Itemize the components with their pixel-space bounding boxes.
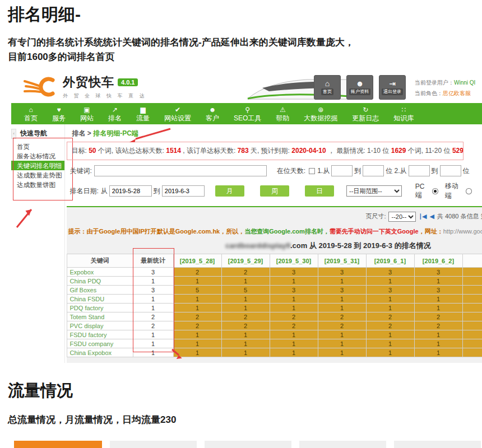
table-row: Totem Stand 2 2 2 2 2 2 2 xyxy=(67,312,482,321)
days-from-input-1[interactable] xyxy=(331,165,353,176)
rank-cell-stub xyxy=(462,312,482,321)
nav-item[interactable]: ⌂ 首页 xyxy=(17,103,45,124)
days-to-input-2[interactable] xyxy=(440,165,461,176)
nav-item[interactable]: ↻ 更新日志 xyxy=(345,103,386,124)
keyword-cell[interactable]: PVC display xyxy=(67,321,133,330)
keyword-cell[interactable]: Totem Stand xyxy=(67,312,133,321)
days-from-input-2[interactable] xyxy=(409,165,430,176)
date-range-select[interactable]: --日期范围-- xyxy=(346,185,402,197)
page-size-select[interactable]: --20-- xyxy=(388,212,416,222)
keyword-cell[interactable]: FSDU factory xyxy=(67,330,133,339)
rank-cell: 1 xyxy=(414,304,462,312)
latest-stat-cell: 1 xyxy=(133,330,173,339)
traffic-cards: 本月全球用户 访问情况 6077 本月访问用户IP 16064 本月用户浏览量 … xyxy=(14,441,482,448)
rank-cell: 1 xyxy=(221,277,270,286)
nav-item-icon: ⌂ xyxy=(24,106,38,114)
pager-info-a: 共 4080 条信息 第 xyxy=(437,212,482,221)
rank-cell: 2 xyxy=(270,312,318,321)
nav-item[interactable]: ⊕ 大数据挖掘 xyxy=(296,103,345,124)
latest-stat-cell: 1 xyxy=(133,339,173,348)
days-checkbox[interactable] xyxy=(309,168,315,174)
day-button[interactable]: 日 xyxy=(305,185,334,197)
days-to-input-1[interactable] xyxy=(363,165,384,176)
app-header: 外贸快车 4.0.1 外 贸 全 球 快 车 直 达 ⌂ 首页 ☻ xyxy=(11,72,482,103)
nav-item-icon: ⊕ xyxy=(304,106,337,114)
rank-cell: 1 xyxy=(318,339,366,348)
latest-stat-cell: 1 xyxy=(133,348,173,357)
sidebar-item[interactable]: 关键词排名明细 xyxy=(11,161,64,170)
rank-cell: 1 xyxy=(414,348,462,357)
login-user-label: 当前登录用户： xyxy=(415,80,454,86)
nav-item-label: 大数据挖掘 xyxy=(304,114,337,122)
header-button[interactable]: ⇥ 退出登录 xyxy=(379,75,406,100)
rank-cell: 2 xyxy=(270,321,318,330)
current-user-info: 当前登录用户：Winni QI 当前角色：思亿欧客服 xyxy=(415,77,475,99)
table-row: China FSDU 1 1 1 1 1 1 1 xyxy=(67,295,482,304)
rank-cell: 1 xyxy=(414,295,462,304)
nav-item[interactable]: ∷ 知识库 xyxy=(386,103,421,124)
rank-cell: 1 xyxy=(318,295,366,304)
keyword-cell[interactable]: Expobox xyxy=(67,268,133,277)
col-header-stub xyxy=(462,254,482,268)
rank-cell: 1 xyxy=(270,330,318,339)
intro-line-1: 有专门的排名统计系统统计关键词的排名情况-产品延伸出来的关键词库数量庞大， xyxy=(8,35,473,50)
hint-segment: 提示：由于Google用中国IP打开默认是Google.com.hk，所以， xyxy=(68,228,245,235)
target-stat-segment: ， 最新情况: 1-10 位 xyxy=(326,147,391,155)
nav-item[interactable]: ▣ 网站 xyxy=(73,103,101,124)
table-row: China PDQ 1 1 1 1 1 1 1 xyxy=(67,277,482,286)
header-button[interactable]: ⌂ 首页 xyxy=(314,75,341,100)
nav-item[interactable]: ⚠ 帮助 xyxy=(268,103,296,124)
date-to-input[interactable] xyxy=(162,185,205,197)
col-header-date: [2019_5_30] xyxy=(270,254,318,268)
filter-row-date: 排名日期: 从 到 月 周 日 --日期范围-- PC端 移动端 查询 导出 xyxy=(67,181,482,200)
days-seg-3: 位 2.从 xyxy=(386,166,406,176)
first-page-icon[interactable]: ∣◀ xyxy=(419,213,427,220)
prev-page-icon[interactable]: ◀ xyxy=(429,213,434,220)
keyword-cell[interactable]: Gif Boxes xyxy=(67,286,133,295)
nav-item-label: 流量 xyxy=(136,114,150,122)
keyword-cell[interactable]: FSDU company xyxy=(67,339,133,348)
app-screenshot: 外贸快车 4.0.1 外 贸 全 球 快 车 直 达 ⌂ 首页 ☻ xyxy=(11,72,482,363)
sidebar-item[interactable]: 达成数量饼图 xyxy=(11,180,64,189)
days-seg-2: 到 xyxy=(354,166,361,176)
rank-cell: 1 xyxy=(221,304,270,312)
hint-segment: 当您查询Google.com排名时， xyxy=(244,228,330,235)
nav-item[interactable]: ⚲ SEO工具 xyxy=(226,103,268,124)
brand-logo: 外贸快车 4.0.1 外 贸 全 球 快 车 直 达 xyxy=(24,74,147,100)
table-row: PVC display 2 2 2 2 2 2 2 xyxy=(67,321,482,330)
col-header-latest: 最新统计 xyxy=(133,254,173,268)
rank-cell: 3 xyxy=(366,268,414,277)
nav-item[interactable]: ▆ 流量 xyxy=(129,103,157,124)
sidebar-item[interactable]: 达成数量走势图 xyxy=(11,170,64,180)
nav-item-label: 网站设置 xyxy=(164,114,191,122)
keyword-cell[interactable]: China Expobox xyxy=(67,348,133,357)
rank-cell: 2 xyxy=(414,321,462,330)
keyword-cell[interactable]: China FSDU xyxy=(67,295,133,304)
header-button[interactable]: ☻ 账户资料 xyxy=(346,75,373,100)
keyword-input[interactable] xyxy=(94,165,267,176)
sidebar-collapse-tab[interactable]: ‹ xyxy=(11,129,16,139)
month-button[interactable]: 月 xyxy=(215,185,244,197)
week-button[interactable]: 周 xyxy=(260,185,289,197)
nav-item[interactable]: ☻ 客户 xyxy=(198,103,226,124)
content-area: 排名 > 排名明细-PC端 目标: 50 个词, 该站总达标天数: 1514 ,… xyxy=(65,124,482,363)
rank-cell: 2 xyxy=(366,312,414,321)
rank-cell: 1 xyxy=(366,348,414,357)
sidebar-item[interactable]: 服务达标情况 xyxy=(11,151,64,161)
rank-cell: 1 xyxy=(318,348,366,357)
pc-radio[interactable] xyxy=(432,188,438,194)
target-stat-segment: 天, 预计到期: xyxy=(249,147,292,155)
col-header-date: [2019_5_28] xyxy=(173,254,221,268)
nav-item[interactable]: ↗ 排名 xyxy=(101,103,129,124)
nav-item[interactable]: ♥ 服务 xyxy=(45,103,73,124)
mobile-radio[interactable] xyxy=(466,188,471,194)
rank-cell: 1 xyxy=(221,339,270,348)
date-from-input[interactable] xyxy=(109,185,152,197)
nav-item[interactable]: ✔ 网站设置 xyxy=(157,103,198,124)
rank-cell-stub xyxy=(462,304,482,312)
keyword-cell[interactable]: PDQ factory xyxy=(67,304,133,312)
rank-cell: 2 xyxy=(318,312,366,321)
keyword-cell[interactable]: China PDQ xyxy=(67,277,133,286)
sidebar-item[interactable]: 首页 xyxy=(11,142,64,151)
rank-cell: 3 xyxy=(318,286,366,295)
